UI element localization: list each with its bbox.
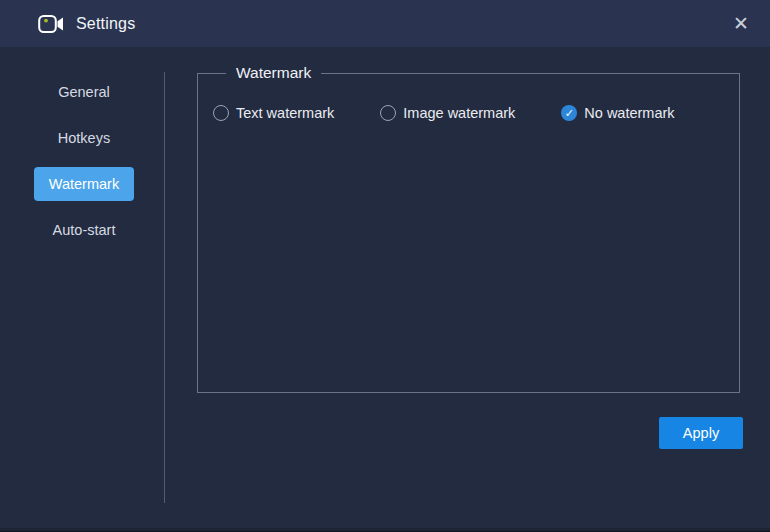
radio-no-watermark[interactable]: ✓ No watermark xyxy=(561,105,674,121)
apply-button[interactable]: Apply xyxy=(659,417,743,449)
radio-circle-icon[interactable] xyxy=(213,105,229,121)
watermark-groupbox: Watermark Text watermark Image watermark… xyxy=(197,73,740,393)
sidebar-item-general[interactable]: General xyxy=(34,75,134,109)
window-title: Settings xyxy=(76,15,135,33)
radio-label: Text watermark xyxy=(236,105,334,121)
sidebar-item-watermark[interactable]: Watermark xyxy=(34,167,134,201)
titlebar: Settings ✕ xyxy=(0,0,770,47)
groupbox-legend: Watermark xyxy=(226,64,321,82)
sidebar-divider xyxy=(164,72,165,503)
radio-label: Image watermark xyxy=(403,105,515,121)
close-icon[interactable]: ✕ xyxy=(722,0,760,47)
sidebar-item-hotkeys[interactable]: Hotkeys xyxy=(34,121,134,155)
radio-circle-icon[interactable] xyxy=(380,105,396,121)
radio-text-watermark[interactable]: Text watermark xyxy=(213,105,334,121)
checked-circle-icon[interactable]: ✓ xyxy=(561,105,577,121)
sidebar-item-auto-start[interactable]: Auto-start xyxy=(34,213,134,247)
settings-nav: General Hotkeys Watermark Auto-start xyxy=(34,75,134,247)
watermark-options: Text watermark Image watermark ✓ No wate… xyxy=(213,105,729,121)
radio-image-watermark[interactable]: Image watermark xyxy=(380,105,515,121)
radio-label: No watermark xyxy=(584,105,674,121)
video-camera-icon xyxy=(38,12,64,36)
settings-window: Settings ✕ General Hotkeys Watermark Aut… xyxy=(0,0,770,532)
